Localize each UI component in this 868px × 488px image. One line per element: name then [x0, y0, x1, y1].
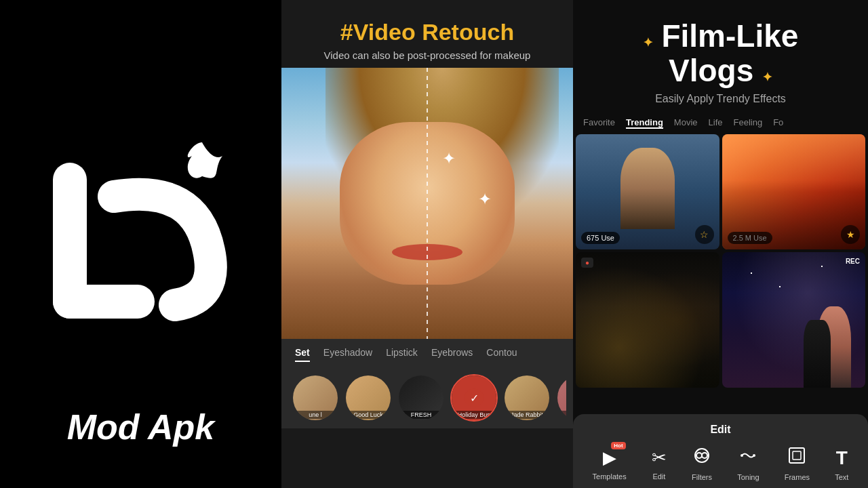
star-2	[779, 286, 781, 287]
svg-rect-7	[789, 448, 804, 463]
sparkle-icon-1: ✦	[478, 190, 492, 209]
left-panel: Mod Apk	[0, 0, 281, 488]
makeup-items-row: une l Good Luck FRESH ✓ Holiday Bun	[288, 369, 566, 428]
face-image: ✦ ✦	[281, 68, 573, 339]
item-label-fresh: FRESH	[399, 411, 443, 419]
middle-subtitle: Video can also be post-processed for mak…	[295, 49, 559, 61]
tool-toning[interactable]: Toning	[737, 447, 759, 481]
makeup-tabs: Set Eyeshadow Lipstick Eyebrows Contou	[288, 347, 566, 369]
selected-check: ✓	[465, 388, 484, 407]
middle-panel: #Video Retouch Video can also be post-pr…	[281, 0, 573, 488]
item-label-une: une l	[293, 411, 338, 419]
item-label-rosetea: Rose Tea	[557, 411, 566, 419]
filter-fo[interactable]: Fo	[773, 117, 783, 129]
item-label-jade: Jade Rabbit	[505, 411, 549, 419]
use-badge-1: 675 Use	[581, 232, 620, 244]
middle-header: #Video Retouch Video can also be post-pr…	[281, 0, 573, 68]
app-logo	[39, 122, 243, 366]
right-title: ✦ Film-Like Vlogs ✦	[587, 19, 854, 87]
rec-indicator: REC	[846, 258, 860, 265]
tool-frames[interactable]: Frames	[785, 447, 810, 481]
svg-point-3	[696, 453, 702, 458]
star-icon-left: ✦	[643, 36, 653, 49]
right-subtitle: Easily Apply Trendy Effects	[587, 93, 854, 105]
toning-icon	[739, 447, 757, 469]
title-line2: Vlogs	[669, 53, 753, 88]
video-thumb-3[interactable]: ●	[576, 252, 719, 388]
makeup-item-rosetea[interactable]: Rose Tea	[556, 374, 566, 422]
edit-title: Edit	[580, 424, 861, 436]
star-1	[751, 272, 752, 274]
tool-templates[interactable]: ▶ Hot Templates	[593, 447, 627, 481]
item-label-holiday: Holiday Bun	[452, 411, 496, 419]
mod-apk-label: Mod Apk	[67, 407, 215, 447]
edit-label: Edit	[652, 472, 665, 481]
couple-silhouette	[765, 293, 851, 388]
makeup-bottom-bar: Set Eyeshadow Lipstick Eyebrows Contou u…	[281, 339, 573, 428]
star-icon-right: ✦	[762, 70, 772, 84]
video-thumb-2[interactable]: 2.5 M Use ★	[722, 134, 866, 249]
filter-feeling[interactable]: Feeling	[734, 117, 763, 129]
title-line1: Film-Like	[661, 18, 798, 54]
edit-icon: ✂	[652, 447, 667, 468]
filters-label: Filters	[692, 473, 712, 481]
svg-rect-1	[53, 285, 155, 319]
video-thumb-4[interactable]: REC	[722, 252, 866, 388]
edit-tools: ▶ Hot Templates ✂ Edit Filters	[580, 447, 861, 481]
makeup-item-goodluck[interactable]: Good Luck	[344, 374, 392, 422]
templates-icon: ▶ Hot	[603, 447, 616, 468]
toning-label: Toning	[737, 473, 759, 481]
frames-label: Frames	[785, 473, 810, 481]
frames-icon	[788, 447, 806, 469]
video-thumb-1[interactable]: 675 Use ☆	[576, 134, 719, 249]
video-retouch-title: #Video Retouch	[295, 19, 559, 45]
phone-mockup: ✦ ✦ Set Eyeshadow Lipstick Eyebrows Cont…	[281, 68, 573, 488]
tab-set[interactable]: Set	[295, 347, 310, 362]
filter-favorite[interactable]: Favorite	[583, 117, 615, 129]
hot-badge: Hot	[611, 442, 625, 449]
video-grid: 675 Use ☆ 2.5 M Use ★ ●	[573, 134, 868, 414]
tool-edit[interactable]: ✂ Edit	[652, 447, 667, 481]
makeup-item-holiday[interactable]: ✓ Holiday Bun	[450, 374, 498, 422]
filter-trending[interactable]: Trending	[626, 117, 663, 129]
text-label: Text	[835, 473, 848, 481]
filter-tabs: Favorite Trending Movie Life Feeling Fo	[573, 112, 868, 134]
text-icon: T	[836, 447, 848, 469]
tool-text[interactable]: T Text	[835, 447, 848, 481]
tool-filters[interactable]: Filters	[692, 447, 712, 481]
svg-point-4	[702, 453, 707, 458]
tab-eyeshadow[interactable]: Eyeshadow	[323, 347, 372, 362]
filters-icon	[693, 447, 711, 469]
makeup-item-fresh[interactable]: FRESH	[397, 374, 445, 422]
logo-container	[33, 98, 250, 390]
cafe-bg	[576, 252, 719, 388]
favorite-star-1[interactable]: ☆	[695, 225, 714, 244]
star-3	[821, 266, 823, 267]
makeup-item-une[interactable]: une l	[292, 374, 339, 422]
right-panel: ✦ Film-Like Vlogs ✦ Easily Apply Trendy …	[573, 0, 868, 488]
makeup-item-jade[interactable]: Jade Rabbit	[503, 374, 551, 422]
hashtag-prefix: #	[340, 19, 353, 45]
edit-bar: Edit ▶ Hot Templates ✂ Edit	[573, 414, 868, 488]
tab-eyebrows[interactable]: Eyebrows	[431, 347, 473, 362]
center-divider	[427, 68, 428, 339]
svg-point-6	[753, 454, 755, 457]
svg-point-5	[741, 454, 743, 457]
tab-lipstick[interactable]: Lipstick	[386, 347, 418, 362]
tab-contou[interactable]: Contou	[486, 347, 517, 362]
right-header: ✦ Film-Like Vlogs ✦ Easily Apply Trendy …	[573, 0, 868, 112]
favorite-star-2[interactable]: ★	[841, 225, 860, 244]
svg-rect-8	[793, 451, 801, 460]
title-text: Video Retouch	[353, 19, 514, 45]
templates-label: Templates	[593, 472, 627, 481]
item-label-goodluck: Good Luck	[346, 411, 391, 419]
sparkle-icon-2: ✦	[442, 149, 456, 168]
filter-life[interactable]: Life	[709, 117, 723, 129]
filter-movie[interactable]: Movie	[674, 117, 698, 129]
